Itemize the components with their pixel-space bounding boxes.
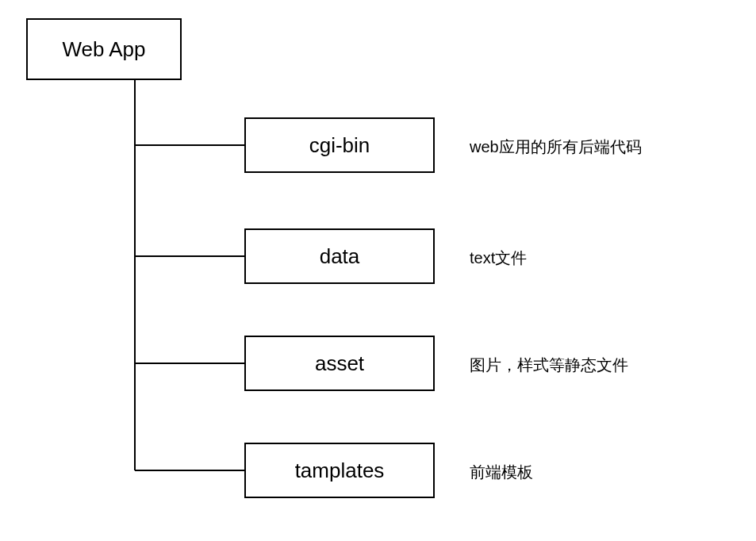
root-node-label: Web App bbox=[62, 37, 145, 62]
child-node-label: cgi-bin bbox=[309, 133, 370, 158]
child-node-box: data bbox=[244, 228, 435, 284]
child-node-label: tamplates bbox=[295, 459, 385, 483]
child-node-box: tamplates bbox=[244, 443, 435, 498]
child-node-description: web应用的所有后端代码 bbox=[470, 136, 642, 158]
root-node-box: Web App bbox=[26, 18, 182, 80]
child-node-description: text文件 bbox=[470, 247, 527, 269]
child-node-label: asset bbox=[315, 351, 364, 376]
child-node-box: asset bbox=[244, 336, 435, 391]
child-node-description: 图片，样式等静态文件 bbox=[470, 355, 628, 376]
child-node-description: 前端模板 bbox=[470, 462, 533, 483]
child-node-box: cgi-bin bbox=[244, 117, 435, 173]
child-node-label: data bbox=[320, 244, 360, 269]
